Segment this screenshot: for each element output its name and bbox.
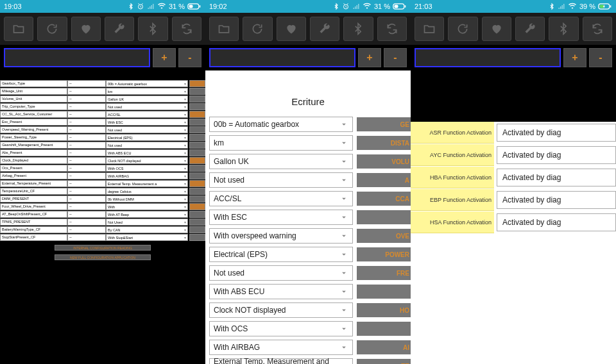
config-dropdown[interactable]: By CAN▾: [106, 226, 188, 233]
config-sidebadge[interactable]: [189, 219, 205, 226]
config-dropdown[interactable]: 00b = Automatic gearbox▾: [106, 80, 188, 87]
write-badge[interactable]: [357, 210, 411, 224]
config-dropdown[interactable]: Not Used▾: [106, 219, 188, 226]
sync-button[interactable]: [583, 17, 612, 41]
config-sidebadge[interactable]: [189, 134, 205, 141]
write-dropdown[interactable]: ACC/SL: [209, 191, 353, 206]
config-sidebadge[interactable]: [189, 119, 205, 126]
activation-value[interactable]: Activated by diag: [497, 169, 616, 186]
settings-button[interactable]: [105, 17, 134, 41]
sync-button[interactable]: [377, 17, 407, 41]
plus-button[interactable]: +: [563, 48, 586, 67]
config-dropdown[interactable]: Gallon UK▾: [106, 95, 188, 103]
config-sidebadge[interactable]: [189, 226, 205, 233]
config-sidebadge[interactable]: [189, 180, 205, 187]
write-dropdown[interactable]: With overspeed warning: [209, 228, 353, 244]
config-dropdown[interactable]: With AIRBAG▾: [106, 172, 188, 179]
write-dropdown[interactable]: 00b = Automatic gearbox: [209, 117, 353, 132]
write-dropdown[interactable]: Clock NOT displayed: [209, 302, 353, 318]
settings-button[interactable]: [310, 17, 339, 41]
config-sidebadge[interactable]: [189, 126, 205, 133]
reload-button[interactable]: [448, 17, 477, 41]
minus-button[interactable]: -: [589, 48, 612, 67]
config-dropdown[interactable]: With ESC▾: [106, 119, 188, 126]
config-sidebadge[interactable]: [189, 188, 205, 195]
config-dropdown[interactable]: With Stop&Start▾: [106, 234, 188, 241]
write-badge[interactable]: DISTA: [357, 136, 411, 150]
write-badge[interactable]: VOLU: [357, 154, 411, 169]
write-badge[interactable]: TE: [357, 359, 411, 364]
write-badge[interactable]: CCA: [357, 192, 411, 206]
config-sidebadge[interactable]: [189, 172, 205, 179]
reload-button[interactable]: [243, 17, 272, 41]
bluetooth-button[interactable]: [138, 17, 167, 41]
value-field[interactable]: [415, 48, 561, 67]
config-sidebadge[interactable]: [189, 165, 205, 172]
write-badge[interactable]: FRE: [357, 266, 411, 280]
settings-button[interactable]: [515, 17, 545, 41]
write-dropdown[interactable]: With OCS: [209, 321, 353, 336]
write-badge[interactable]: A: [357, 173, 411, 187]
config-dropdown[interactable]: With OCS▾: [106, 165, 188, 172]
sync-button[interactable]: [172, 17, 201, 41]
write-badge[interactable]: AI: [357, 340, 411, 354]
config-sidebadge[interactable]: [189, 88, 205, 95]
write-dropdown[interactable]: With ABS ECU: [209, 284, 353, 299]
config-sidebadge[interactable]: [189, 195, 205, 203]
write-dropdown[interactable]: Not used: [209, 172, 353, 188]
write-dropdown[interactable]: With AIRBAG: [209, 340, 353, 355]
config-sidebadge[interactable]: [189, 149, 205, 156]
write-badge[interactable]: [357, 285, 411, 299]
config-dropdown[interactable]: 0b Without DMM▾: [106, 195, 188, 203]
write-dropdown[interactable]: External Temp. Measurement and Display: [209, 358, 353, 364]
config-dropdown[interactable]: ACC/SL▾: [106, 111, 188, 118]
plus-button[interactable]: +: [358, 48, 381, 67]
config-sidebadge[interactable]: [189, 95, 205, 103]
write-dropdown[interactable]: km: [209, 135, 353, 151]
favorite-button[interactable]: [71, 17, 101, 41]
config-dropdown[interactable]: With▾: [106, 203, 188, 210]
write-badge[interactable]: GE: [357, 117, 411, 131]
folder-button[interactable]: [415, 17, 444, 41]
bluetooth-button[interactable]: [343, 17, 373, 41]
favorite-button[interactable]: [482, 17, 511, 41]
write-badge[interactable]: HO: [357, 303, 411, 317]
reload-button[interactable]: [37, 17, 67, 41]
config-sidebadge[interactable]: [189, 103, 205, 110]
write-badge[interactable]: POWER: [357, 247, 411, 261]
folder-button[interactable]: [209, 17, 239, 41]
activation-value[interactable]: Activated by diag: [497, 146, 616, 164]
config-dropdown[interactable]: External Temp. Measurement a▾: [106, 180, 188, 187]
config-sidebadge[interactable]: [189, 80, 205, 87]
minus-button[interactable]: -: [384, 48, 407, 67]
minus-button[interactable]: -: [178, 48, 201, 67]
activation-value[interactable]: Activated by diag: [497, 191, 616, 209]
write-dropdown[interactable]: Not used: [209, 265, 353, 281]
plus-button[interactable]: +: [153, 48, 176, 67]
write-badge[interactable]: [357, 322, 411, 336]
value-field[interactable]: [209, 48, 355, 67]
config-dropdown[interactable]: degree Celsius▾: [106, 188, 188, 195]
read-config-button[interactable]: INTERNAL CONFIGURATION READING: [55, 245, 151, 251]
config-dropdown[interactable]: Clock NOT displayed▾: [106, 157, 188, 164]
config-dropdown[interactable]: Not used▾: [106, 126, 188, 133]
apply-config-button[interactable]: NEW FULL CONFIGURATION APPLICATION: [55, 254, 151, 260]
write-badge[interactable]: OVE: [357, 229, 411, 243]
config-sidebadge[interactable]: [189, 142, 205, 149]
config-sidebadge[interactable]: [189, 203, 205, 210]
config-dropdown[interactable]: Electrical (EPS)▾: [106, 134, 188, 141]
config-sidebadge[interactable]: [189, 111, 205, 118]
activation-value[interactable]: Activated by diag: [497, 124, 616, 142]
favorite-button[interactable]: [277, 17, 306, 41]
config-dropdown[interactable]: Not used▾: [106, 142, 188, 149]
write-dropdown[interactable]: Electrical (EPS): [209, 247, 353, 262]
config-sidebadge[interactable]: [189, 211, 205, 218]
config-sidebadge[interactable]: [189, 234, 205, 241]
value-field[interactable]: [4, 48, 150, 67]
config-dropdown[interactable]: With AT Beep▾: [106, 211, 188, 218]
write-dropdown[interactable]: With ESC: [209, 210, 353, 225]
write-dropdown[interactable]: Gallon UK: [209, 154, 353, 169]
config-dropdown[interactable]: km▾: [106, 88, 188, 95]
folder-button[interactable]: [4, 17, 33, 41]
config-dropdown[interactable]: Not used▾: [106, 103, 188, 110]
